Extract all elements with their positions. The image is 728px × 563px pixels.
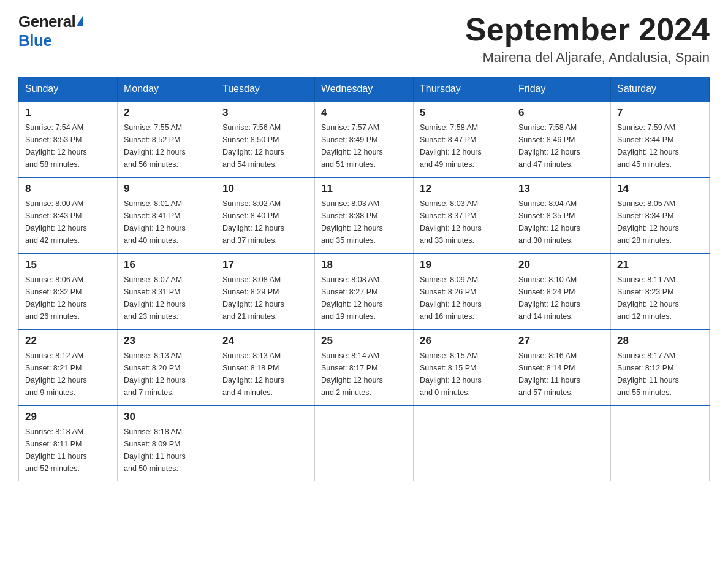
calendar-cell: 10Sunrise: 8:02 AMSunset: 8:40 PMDayligh… bbox=[216, 177, 315, 253]
week-row-1: 1Sunrise: 7:54 AMSunset: 8:53 PMDaylight… bbox=[19, 101, 710, 177]
day-info: Sunrise: 7:56 AMSunset: 8:50 PMDaylight:… bbox=[222, 121, 308, 170]
day-number: 13 bbox=[518, 183, 604, 195]
day-number: 3 bbox=[222, 107, 308, 119]
calendar-cell: 22Sunrise: 8:12 AMSunset: 8:21 PMDayligh… bbox=[19, 329, 118, 405]
day-number: 28 bbox=[617, 335, 703, 347]
calendar-cell: 28Sunrise: 8:17 AMSunset: 8:12 PMDayligh… bbox=[611, 329, 710, 405]
calendar-cell: 20Sunrise: 8:10 AMSunset: 8:24 PMDayligh… bbox=[512, 253, 611, 329]
day-info: Sunrise: 8:07 AMSunset: 8:31 PMDaylight:… bbox=[124, 274, 210, 323]
day-info: Sunrise: 8:16 AMSunset: 8:14 PMDaylight:… bbox=[518, 350, 604, 399]
day-number: 19 bbox=[420, 259, 506, 271]
calendar-cell: 4Sunrise: 7:57 AMSunset: 8:49 PMDaylight… bbox=[315, 101, 414, 177]
day-info: Sunrise: 8:08 AMSunset: 8:27 PMDaylight:… bbox=[321, 274, 407, 323]
weekday-header-thursday: Thursday bbox=[414, 77, 512, 102]
calendar-cell: 17Sunrise: 8:08 AMSunset: 8:29 PMDayligh… bbox=[216, 253, 315, 329]
weekday-header-saturday: Saturday bbox=[611, 77, 710, 102]
day-info: Sunrise: 8:06 AMSunset: 8:32 PMDaylight:… bbox=[25, 274, 111, 323]
calendar-cell: 19Sunrise: 8:09 AMSunset: 8:26 PMDayligh… bbox=[414, 253, 512, 329]
day-number: 5 bbox=[420, 107, 506, 119]
calendar-cell: 26Sunrise: 8:15 AMSunset: 8:15 PMDayligh… bbox=[414, 329, 512, 405]
day-info: Sunrise: 8:05 AMSunset: 8:34 PMDaylight:… bbox=[617, 197, 703, 247]
day-number: 17 bbox=[222, 259, 308, 271]
calendar-cell: 1Sunrise: 7:54 AMSunset: 8:53 PMDaylight… bbox=[19, 101, 118, 177]
calendar-cell: 12Sunrise: 8:03 AMSunset: 8:37 PMDayligh… bbox=[414, 177, 512, 253]
calendar-cell: 29Sunrise: 8:18 AMSunset: 8:11 PMDayligh… bbox=[19, 405, 118, 481]
day-info: Sunrise: 8:11 AMSunset: 8:23 PMDaylight:… bbox=[617, 274, 703, 323]
calendar-cell: 13Sunrise: 8:04 AMSunset: 8:35 PMDayligh… bbox=[512, 177, 611, 253]
day-info: Sunrise: 8:09 AMSunset: 8:26 PMDaylight:… bbox=[420, 274, 506, 323]
day-number: 18 bbox=[321, 259, 407, 271]
day-number: 2 bbox=[124, 107, 210, 119]
weekday-header-sunday: Sunday bbox=[19, 77, 118, 102]
calendar-cell bbox=[611, 405, 710, 481]
day-info: Sunrise: 8:13 AMSunset: 8:20 PMDaylight:… bbox=[124, 350, 210, 399]
day-info: Sunrise: 8:02 AMSunset: 8:40 PMDaylight:… bbox=[222, 197, 308, 247]
day-info: Sunrise: 8:10 AMSunset: 8:24 PMDaylight:… bbox=[518, 274, 604, 323]
day-number: 6 bbox=[518, 107, 604, 119]
day-info: Sunrise: 8:18 AMSunset: 8:11 PMDaylight:… bbox=[25, 426, 111, 475]
day-info: Sunrise: 7:58 AMSunset: 8:47 PMDaylight:… bbox=[420, 121, 506, 170]
calendar-cell: 27Sunrise: 8:16 AMSunset: 8:14 PMDayligh… bbox=[512, 329, 611, 405]
day-info: Sunrise: 7:58 AMSunset: 8:46 PMDaylight:… bbox=[518, 121, 604, 170]
day-number: 25 bbox=[321, 335, 407, 347]
day-info: Sunrise: 7:59 AMSunset: 8:44 PMDaylight:… bbox=[617, 121, 703, 170]
weekday-header-tuesday: Tuesday bbox=[216, 77, 315, 102]
calendar-cell: 15Sunrise: 8:06 AMSunset: 8:32 PMDayligh… bbox=[19, 253, 118, 329]
day-number: 24 bbox=[222, 335, 308, 347]
calendar-cell: 9Sunrise: 8:01 AMSunset: 8:41 PMDaylight… bbox=[118, 177, 216, 253]
day-number: 22 bbox=[25, 335, 111, 347]
day-number: 7 bbox=[617, 107, 703, 119]
week-row-3: 15Sunrise: 8:06 AMSunset: 8:32 PMDayligh… bbox=[19, 253, 710, 329]
day-number: 14 bbox=[617, 183, 703, 195]
day-info: Sunrise: 8:17 AMSunset: 8:12 PMDaylight:… bbox=[617, 350, 703, 399]
day-number: 16 bbox=[124, 259, 210, 271]
week-row-5: 29Sunrise: 8:18 AMSunset: 8:11 PMDayligh… bbox=[19, 405, 710, 481]
day-info: Sunrise: 8:13 AMSunset: 8:18 PMDaylight:… bbox=[222, 350, 308, 399]
calendar-cell bbox=[414, 405, 512, 481]
logo-general: General bbox=[18, 12, 75, 31]
weekday-header-wednesday: Wednesday bbox=[315, 77, 414, 102]
calendar-subtitle: Mairena del Aljarafe, Andalusia, Spain bbox=[465, 50, 710, 66]
day-number: 29 bbox=[25, 411, 111, 423]
calendar-cell: 7Sunrise: 7:59 AMSunset: 8:44 PMDaylight… bbox=[611, 101, 710, 177]
calendar-cell bbox=[512, 405, 611, 481]
day-info: Sunrise: 8:15 AMSunset: 8:15 PMDaylight:… bbox=[420, 350, 506, 399]
calendar-cell: 2Sunrise: 7:55 AMSunset: 8:52 PMDaylight… bbox=[118, 101, 216, 177]
logo-blue: Blue bbox=[18, 31, 51, 50]
day-number: 30 bbox=[124, 411, 210, 423]
calendar-cell: 25Sunrise: 8:14 AMSunset: 8:17 PMDayligh… bbox=[315, 329, 414, 405]
day-info: Sunrise: 7:57 AMSunset: 8:49 PMDaylight:… bbox=[321, 121, 407, 170]
day-info: Sunrise: 8:03 AMSunset: 8:37 PMDaylight:… bbox=[420, 197, 506, 247]
logo: General Blue bbox=[18, 12, 83, 50]
day-info: Sunrise: 8:01 AMSunset: 8:41 PMDaylight:… bbox=[124, 197, 210, 247]
day-number: 10 bbox=[222, 183, 308, 195]
day-number: 27 bbox=[518, 335, 604, 347]
day-number: 8 bbox=[25, 183, 111, 195]
calendar-cell: 14Sunrise: 8:05 AMSunset: 8:34 PMDayligh… bbox=[611, 177, 710, 253]
weekday-header-friday: Friday bbox=[512, 77, 611, 102]
day-number: 26 bbox=[420, 335, 506, 347]
calendar-cell: 21Sunrise: 8:11 AMSunset: 8:23 PMDayligh… bbox=[611, 253, 710, 329]
day-number: 1 bbox=[25, 107, 111, 119]
calendar-cell: 18Sunrise: 8:08 AMSunset: 8:27 PMDayligh… bbox=[315, 253, 414, 329]
calendar-cell bbox=[216, 405, 315, 481]
day-info: Sunrise: 7:54 AMSunset: 8:53 PMDaylight:… bbox=[25, 121, 111, 170]
day-number: 12 bbox=[420, 183, 506, 195]
title-section: September 2024 Mairena del Aljarafe, And… bbox=[465, 12, 710, 66]
day-number: 9 bbox=[124, 183, 210, 195]
calendar-title: September 2024 bbox=[465, 12, 710, 47]
day-info: Sunrise: 8:08 AMSunset: 8:29 PMDaylight:… bbox=[222, 274, 308, 323]
calendar-table: SundayMondayTuesdayWednesdayThursdayFrid… bbox=[18, 77, 710, 481]
calendar-cell: 16Sunrise: 8:07 AMSunset: 8:31 PMDayligh… bbox=[118, 253, 216, 329]
day-info: Sunrise: 8:03 AMSunset: 8:38 PMDaylight:… bbox=[321, 197, 407, 247]
calendar-cell: 11Sunrise: 8:03 AMSunset: 8:38 PMDayligh… bbox=[315, 177, 414, 253]
day-info: Sunrise: 8:12 AMSunset: 8:21 PMDaylight:… bbox=[25, 350, 111, 399]
day-number: 15 bbox=[25, 259, 111, 271]
day-number: 20 bbox=[518, 259, 604, 271]
day-info: Sunrise: 8:04 AMSunset: 8:35 PMDaylight:… bbox=[518, 197, 604, 247]
calendar-cell: 5Sunrise: 7:58 AMSunset: 8:47 PMDaylight… bbox=[414, 101, 512, 177]
day-number: 11 bbox=[321, 183, 407, 195]
day-number: 23 bbox=[124, 335, 210, 347]
day-info: Sunrise: 8:00 AMSunset: 8:43 PMDaylight:… bbox=[25, 197, 111, 247]
weekday-header-row: SundayMondayTuesdayWednesdayThursdayFrid… bbox=[19, 77, 710, 102]
